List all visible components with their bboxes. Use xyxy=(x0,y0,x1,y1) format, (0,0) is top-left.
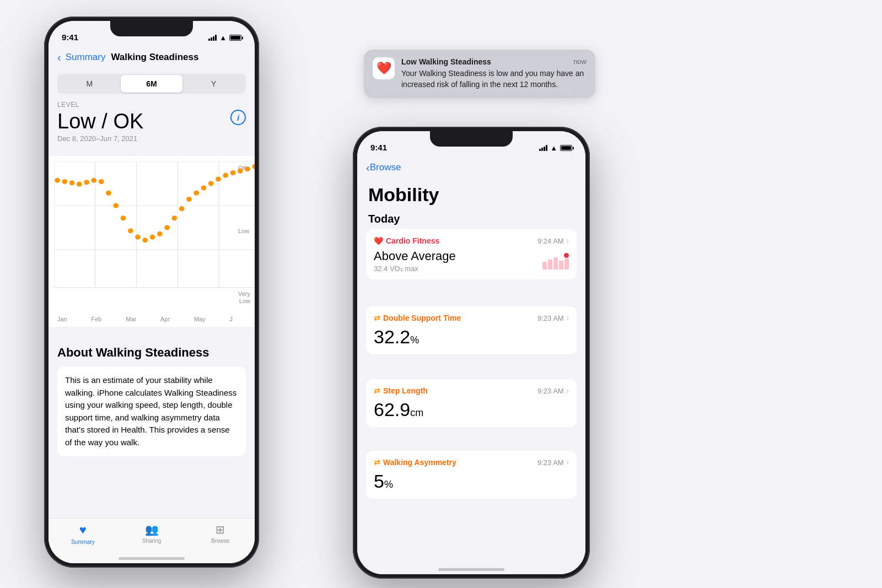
x-label-mar: Mar xyxy=(126,316,136,322)
sharing-tab-label: Sharing xyxy=(142,538,161,544)
sharing-tab-icon: 👥 xyxy=(145,523,159,536)
about-body: This is an estimate of your stability wh… xyxy=(65,375,236,447)
walking-asymmetry-time: 9:23 AM xyxy=(537,458,564,467)
cardio-value-row: Above Average 32.4 VO₂ max xyxy=(374,249,569,273)
browse-tab-icon: ⊞ xyxy=(216,523,225,536)
x-label-jan: Jan xyxy=(57,316,67,322)
svg-point-16 xyxy=(99,179,104,184)
step-length-chevron: › xyxy=(566,386,569,396)
step-length-value-row: 62.9cm xyxy=(374,399,569,420)
svg-point-14 xyxy=(84,180,89,185)
back-label-1[interactable]: Summary xyxy=(66,52,106,63)
svg-point-25 xyxy=(164,225,170,230)
double-support-time: 9:23 AM xyxy=(537,314,564,322)
notif-content: Low Walking Steadiness now Your Walking … xyxy=(401,57,587,90)
cardio-fitness-card[interactable]: ❤️ Cardio Fitness 9:24 AM › Above Averag… xyxy=(366,229,577,279)
signal-icon-1 xyxy=(208,35,217,41)
chart-svg xyxy=(54,161,255,294)
svg-point-33 xyxy=(223,173,228,178)
nav-bar-1: ‹ Summary Walking Steadiness xyxy=(49,45,255,69)
cardio-metric-name: ❤️ Cardio Fitness xyxy=(374,236,439,245)
svg-point-29 xyxy=(193,191,199,196)
battery-icon-2 xyxy=(560,145,572,151)
step-length-card[interactable]: ⇄ Step Length 9:23 AM › 62.9cm xyxy=(366,379,577,427)
walking-asymmetry-header: ⇄ Walking Asymmetry 9:23 AM › xyxy=(374,457,569,467)
back-chevron-1[interactable]: ‹ xyxy=(57,51,61,64)
notif-heart-icon: ❤️ xyxy=(377,61,391,75)
svg-point-15 xyxy=(92,178,97,183)
browse-tab-label: Browse xyxy=(211,538,229,544)
info-button[interactable]: i xyxy=(230,110,246,125)
level-label: LEVEL xyxy=(57,101,246,109)
svg-point-11 xyxy=(62,179,67,184)
walking-asymmetry-value-row: 5% xyxy=(374,471,569,492)
double-support-icon: ⇄ xyxy=(374,314,380,322)
phone1-notch xyxy=(110,21,193,36)
summary-tab-label: Summary xyxy=(71,539,95,545)
chart-area: OK Low VeryLow Jan Feb Mar Apr May J xyxy=(49,156,255,327)
step-length-unit: cm xyxy=(410,407,423,418)
level-section: LEVEL Low / OK Dec 8, 2020–Jun 7, 2021 i xyxy=(57,101,246,143)
about-title: About Walking Steadiness xyxy=(57,346,246,360)
cardio-card-header: ❤️ Cardio Fitness 9:24 AM › xyxy=(374,236,569,246)
svg-point-36 xyxy=(245,166,250,171)
cardio-icon: ❤️ xyxy=(374,236,383,245)
tab-sharing[interactable]: 👥 Sharing xyxy=(117,523,186,544)
phone1: 9:41 ▲ ‹ Summary xyxy=(44,17,259,568)
about-section: About Walking Steadiness This is an esti… xyxy=(49,332,255,465)
cardio-mini-chart xyxy=(542,253,569,269)
signal-icon-2 xyxy=(539,145,547,151)
double-support-header: ⇄ Double Support Time 9:23 AM › xyxy=(374,313,569,323)
tab-browse[interactable]: ⊞ Browse xyxy=(186,523,255,544)
double-support-card[interactable]: ⇄ Double Support Time 9:23 AM › 32.2% xyxy=(366,306,577,354)
seg-btn-y[interactable]: Y xyxy=(182,75,245,93)
walking-asymmetry-chevron: › xyxy=(566,457,569,467)
seg-btn-6m[interactable]: 6M xyxy=(121,75,183,93)
walking-asymmetry-time-area: 9:23 AM › xyxy=(537,457,569,467)
status-time-1: 9:41 xyxy=(62,33,78,42)
step-length-metric: ⇄ Step Length xyxy=(374,386,428,395)
svg-point-13 xyxy=(77,182,82,187)
back-label-2[interactable]: Browse xyxy=(370,162,401,173)
svg-point-32 xyxy=(216,176,221,181)
tab-summary[interactable]: ♥ Summary xyxy=(49,523,117,545)
phone1-screen: 9:41 ▲ ‹ Summary xyxy=(49,21,255,563)
seg-btn-m[interactable]: M xyxy=(58,75,121,93)
nav-bar-2: ‹ Browse xyxy=(357,155,585,180)
svg-point-24 xyxy=(157,231,163,236)
nav-title-1: Walking Steadiness xyxy=(111,52,198,63)
phone2-notch xyxy=(430,131,513,147)
summary-tab-icon: ♥ xyxy=(79,523,87,537)
notification-card[interactable]: ❤️ Low Walking Steadiness now Your Walki… xyxy=(364,50,595,98)
chart-x-labels: Jan Feb Mar Apr May J xyxy=(57,316,233,322)
tab-bar-1: ♥ Summary 👥 Sharing ⊞ Browse xyxy=(49,518,255,563)
notif-app-name: Low Walking Steadiness xyxy=(401,57,491,66)
walking-asymmetry-metric: ⇄ Walking Asymmetry xyxy=(374,458,456,467)
back-chevron-2[interactable]: ‹ xyxy=(366,161,370,174)
cardio-value-col: Above Average 32.4 VO₂ max xyxy=(374,249,456,273)
section-today: Today xyxy=(368,213,400,225)
x-label-j: J xyxy=(229,316,233,322)
cardio-value: Above Average xyxy=(374,249,456,263)
x-label-apr: Apr xyxy=(160,316,170,322)
page-title-mobility: Mobility xyxy=(368,184,439,206)
phone2: 9:41 ▲ ‹ Browse xyxy=(353,127,590,579)
svg-point-28 xyxy=(186,197,192,202)
walking-asymmetry-value: 5 xyxy=(374,471,384,492)
walking-asymmetry-icon: ⇄ xyxy=(374,458,380,467)
svg-point-20 xyxy=(128,228,133,233)
svg-point-21 xyxy=(135,235,141,240)
svg-point-30 xyxy=(201,185,207,190)
status-time-2: 9:41 xyxy=(370,143,387,152)
notif-icon: ❤️ xyxy=(373,57,395,79)
x-label-may: May xyxy=(194,316,206,322)
about-card: This is an estimate of your stability wh… xyxy=(57,366,246,456)
cardio-chevron: › xyxy=(566,236,569,246)
walking-asymmetry-card[interactable]: ⇄ Walking Asymmetry 9:23 AM › 5% xyxy=(366,451,577,499)
battery-icon-1 xyxy=(229,35,241,41)
notif-body: Your Walking Steadiness is low and you m… xyxy=(401,68,587,90)
cardio-time-area: 9:24 AM › xyxy=(537,236,569,246)
status-icons-2: ▲ xyxy=(539,144,572,152)
double-support-time-area: 9:23 AM › xyxy=(537,313,569,323)
notif-header: Low Walking Steadiness now xyxy=(401,57,587,66)
